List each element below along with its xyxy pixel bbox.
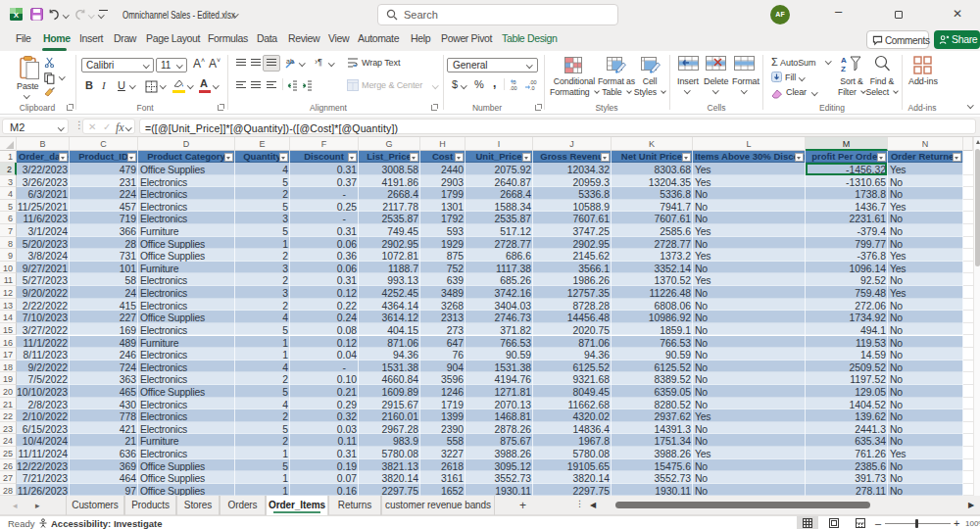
svg-text:X: X [14,11,20,20]
